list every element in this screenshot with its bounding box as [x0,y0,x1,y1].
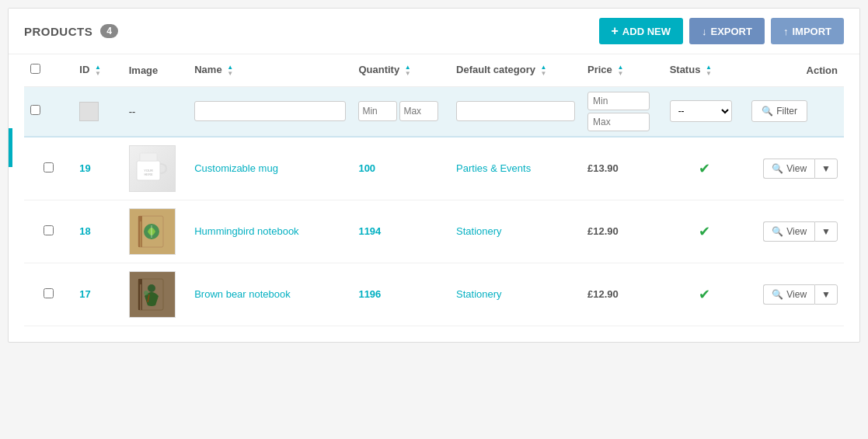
svg-point-13 [144,291,148,295]
filter-image-dash: -- [129,106,136,117]
page-wrapper: PRODUCTS 4 + ADD NEW ↓ EXPORT ↑ IMPORT [8,8,860,343]
import-button[interactable]: ↑ IMPORT [771,18,844,44]
filter-price-max[interactable] [587,113,650,131]
row2-id: 18 [73,200,122,263]
filter-category-cell [450,86,581,137]
row1-quantity-cell: 100 [352,137,450,200]
th-image: Image [123,54,188,86]
row3-view-label: View [786,289,807,300]
svg-text:HERE: HERE [145,172,153,176]
qty-sort-icons: ▲ ▼ [405,64,411,77]
th-id: ID ▲ ▼ [73,54,122,86]
row1-view-btn-group: 🔍 View ▼ [751,159,838,179]
th-action: Action [745,54,844,86]
export-icon: ↓ [702,26,707,37]
row3-view-btn-group: 🔍 View ▼ [751,284,838,305]
name-sort-icons: ▲ ▼ [227,64,233,77]
row1-view-label: View [786,163,807,174]
blue-accent [9,128,12,167]
svg-rect-1 [140,153,157,161]
header-bar: PRODUCTS 4 + ADD NEW ↓ EXPORT ↑ IMPORT [9,9,859,54]
th-name: Name ▲ ▼ [188,54,352,86]
row1-category-cell: Parties & Events [450,137,581,200]
price-sort-down-icon: ▼ [617,71,623,77]
row3-dropdown-button[interactable]: ▼ [814,284,838,305]
th-quantity: Quantity ▲ ▼ [352,54,450,86]
row3-name-cell: Brown bear notebook [188,263,352,326]
th-checkbox [24,54,73,86]
table-row: 18 [24,200,844,263]
header-buttons: + ADD NEW ↓ EXPORT ↑ IMPORT [599,18,844,44]
row1-dropdown-button[interactable]: ▼ [814,159,838,179]
notebook-brown-svg [131,273,173,315]
status-sort-down-icon: ▼ [706,71,712,77]
filter-quantity-min[interactable] [358,101,397,121]
row2-status-cell: ✔ [664,200,746,263]
row2-status-check: ✔ [699,224,710,239]
row2-price-cell: £12.90 [581,200,664,263]
row3-view-button[interactable]: 🔍 View [763,284,814,305]
table-row: 17 [24,263,844,326]
filter-name-cell [188,86,352,137]
row1-id: 19 [73,137,122,200]
row1-image-cell: YOUR HERE [123,137,188,200]
row2-action-cell: 🔍 View ▼ [745,200,844,263]
row2-view-button[interactable]: 🔍 View [763,221,814,242]
filter-action-cell: 🔍 Filter [745,86,844,137]
row1-status-check: ✔ [699,161,710,176]
row1-name-cell: Customizable mug [188,137,352,200]
row1-checkbox[interactable] [44,162,54,172]
filter-button[interactable]: 🔍 Filter [751,100,807,122]
row3-checkbox-cell [24,263,73,326]
products-count-badge: 4 [100,24,118,38]
row2-dropdown-button[interactable]: ▼ [814,221,838,242]
row3-price: £12.90 [587,288,619,300]
id-sort-icons: ▲ ▼ [95,64,101,77]
export-label: EXPORT [710,26,751,37]
row3-price-cell: £12.90 [581,263,664,326]
row3-status-check: ✔ [699,287,710,302]
view-icon: 🔍 [772,163,783,174]
filter-status-select[interactable]: -- Active Inactive [670,100,732,122]
name-sort-down-icon: ▼ [227,71,233,77]
status-sort-icons: ▲ ▼ [706,64,712,77]
svg-point-12 [148,284,155,292]
add-new-button[interactable]: + ADD NEW [599,18,683,44]
row2-checkbox[interactable] [44,225,54,235]
row1-product-name[interactable]: Customizable mug [194,162,278,174]
export-button[interactable]: ↓ EXPORT [689,18,765,44]
row3-checkbox[interactable] [44,288,54,298]
row2-category-cell: Stationery [450,200,581,263]
row1-price-cell: £13.90 [581,137,664,200]
table-row: 19 YOUR HERE [24,137,844,200]
chevron-down-icon-3: ▼ [821,289,831,300]
row3-product-name[interactable]: Brown bear notebook [194,288,291,300]
filter-checkbox[interactable] [30,105,40,115]
chevron-down-icon: ▼ [821,163,831,174]
filter-btn-label: Filter [776,106,797,117]
row2-product-image [129,208,176,255]
row2-quantity: 1194 [358,225,381,237]
select-all-checkbox[interactable] [30,64,40,74]
row2-image-cell [123,200,188,263]
row3-quantity: 1196 [358,288,381,300]
filter-price-min[interactable] [587,92,650,110]
filter-quantity-range [358,101,444,121]
row3-category: Stationery [456,288,502,300]
row1-view-button[interactable]: 🔍 View [763,159,814,179]
filter-name-input[interactable] [194,101,346,121]
add-new-label: ADD NEW [622,26,671,37]
row3-id-value: 17 [79,288,90,300]
filter-category-input[interactable] [456,101,575,121]
plus-icon: + [612,24,619,38]
row1-checkbox-cell [24,137,73,200]
filter-color-box [79,102,99,121]
row2-product-name[interactable]: Hummingbird notebook [194,225,298,237]
row1-price: £13.90 [587,162,619,174]
filter-quantity-max[interactable] [399,101,438,121]
row1-id-value: 19 [79,162,90,174]
row1-category: Parties & Events [456,162,531,174]
row2-view-btn-group: 🔍 View ▼ [751,221,838,242]
notebook-green-svg [131,210,173,253]
filter-checkbox-cell [24,86,73,137]
